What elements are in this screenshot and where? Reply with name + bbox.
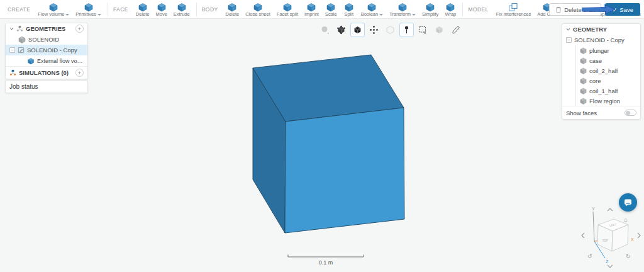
- rotate-up-chevron[interactable]: [608, 208, 613, 211]
- solenoid-flow-volume-cube: [253, 55, 404, 233]
- chevron-down-icon: [379, 14, 383, 16]
- geometries-icon: [16, 25, 23, 32]
- chevron-down-icon: [566, 28, 570, 31]
- save-button[interactable]: ✓ Save: [605, 3, 640, 16]
- simplify-button[interactable]: Simplify: [419, 1, 441, 18]
- part-row-flow-region[interactable]: Flow region: [576, 96, 640, 106]
- fix-interferences-button[interactable]: Fix interferences: [493, 1, 534, 18]
- scale-icon: [326, 3, 336, 12]
- part-label: case: [589, 57, 602, 64]
- part-label: coil_1_half: [589, 88, 618, 94]
- hide-selection-button[interactable]: [432, 23, 447, 37]
- job-status-label: Job status: [9, 83, 38, 90]
- face-move-icon: [157, 3, 167, 12]
- probe-point-button[interactable]: [399, 23, 414, 37]
- box-select-button[interactable]: [416, 23, 430, 37]
- primitives-button[interactable]: Primitives: [72, 1, 104, 18]
- part-label: coil_2_half: [589, 67, 618, 74]
- trash-icon: [555, 6, 562, 13]
- geometry-header-label: GEOMETRY: [573, 26, 607, 33]
- check-icon: ✓: [612, 6, 617, 13]
- part-body-icon: [580, 77, 587, 84]
- body-delete-icon: [227, 3, 237, 12]
- body-delete-button[interactable]: Delete: [223, 1, 243, 18]
- transform-button[interactable]: Transform: [386, 1, 419, 18]
- facet-split-button[interactable]: Facet split: [274, 1, 301, 18]
- boolean-icon: [367, 3, 377, 12]
- simulations-icon: [9, 69, 16, 76]
- job-status-panel[interactable]: Job status: [5, 80, 88, 93]
- toggle-knob: [626, 111, 630, 115]
- collapse-toggle[interactable]: −: [566, 37, 572, 43]
- nav-cube-front-face-label[interactable]: TOP: [602, 239, 608, 242]
- box-select-icon: [418, 25, 428, 35]
- show-faces-toggle[interactable]: [625, 110, 636, 116]
- boolean-button[interactable]: Boolean: [358, 1, 387, 18]
- select-bodies-button[interactable]: [334, 23, 348, 37]
- wrap-button[interactable]: Wrap: [441, 1, 459, 18]
- chevron-down-icon: [97, 14, 101, 16]
- select-vertices-button[interactable]: [367, 23, 381, 37]
- toolbar-group-body: BODY Delete Close sheet Facet split Impr…: [199, 0, 460, 18]
- part-row-core[interactable]: core: [576, 76, 640, 86]
- add-geometry-button[interactable]: +: [75, 25, 84, 33]
- tree-item-solenoid-copy[interactable]: − SOLENOID - Copy: [6, 45, 87, 55]
- flow-volume-button[interactable]: Flow volume: [35, 1, 72, 18]
- chevron-down-icon: [412, 14, 416, 16]
- show-faces-label: Show faces: [566, 110, 597, 116]
- part-row-case[interactable]: case: [576, 55, 640, 65]
- part-body-icon: [580, 98, 587, 105]
- rotate-down-chevron[interactable]: [608, 265, 613, 268]
- face-extrude-icon: [177, 3, 187, 12]
- tree-item-label: SOLENOID: [28, 36, 59, 43]
- simulations-header-row[interactable]: SIMULATIONS (0) +: [6, 67, 87, 79]
- part-label: plunger: [589, 47, 609, 54]
- wireframe-view-button[interactable]: [383, 23, 397, 37]
- scale-button[interactable]: Scale: [322, 1, 340, 18]
- wrap-icon: [445, 3, 455, 12]
- part-row-coil-2-half[interactable]: coil_2_half: [576, 65, 640, 76]
- imprint-icon: [306, 3, 316, 12]
- geometries-header-label: GEOMETRIES: [26, 25, 65, 32]
- toolbar-actions: Delete draft ✓ Save: [549, 3, 640, 16]
- cube-front-face[interactable]: [285, 108, 404, 233]
- collapse-toggle[interactable]: −: [9, 47, 15, 53]
- delete-draft-button[interactable]: Delete draft: [549, 3, 601, 16]
- tree-item-label: External flow volume: [37, 58, 84, 64]
- geometry-header-row[interactable]: GEOMETRY: [562, 24, 640, 35]
- close-sheet-button[interactable]: Close sheet: [242, 1, 274, 18]
- face-delete-button[interactable]: Delete: [133, 1, 153, 18]
- select-vertices-icon: [369, 25, 379, 35]
- geometry-group-row[interactable]: − SOLENOID - Copy: [562, 35, 640, 45]
- toolbar-section-body: BODY: [202, 6, 218, 13]
- wireframe-view-icon: [386, 25, 395, 35]
- tree-item-solenoid[interactable]: SOLENOID: [6, 34, 87, 45]
- tree-item-external-flow-volume[interactable]: External flow volume: [6, 55, 87, 66]
- 3d-viewport[interactable]: 0.1 m: [0, 19, 644, 272]
- rotate-ccw-icon[interactable]: ↺: [587, 253, 592, 259]
- split-button[interactable]: Split: [340, 1, 358, 18]
- rotate-right-chevron[interactable]: [638, 233, 640, 238]
- select-faces-button[interactable]: [350, 23, 365, 37]
- geometries-header-row[interactable]: GEOMETRIES +: [6, 23, 87, 34]
- render-mode-button[interactable]: [318, 23, 332, 37]
- chevron-down-icon: [65, 14, 69, 16]
- part-row-plunger[interactable]: plunger: [576, 45, 640, 55]
- part-label: core: [589, 77, 601, 84]
- imprint-button[interactable]: Imprint: [301, 1, 322, 18]
- rotate-cw-icon[interactable]: ↻: [626, 253, 631, 259]
- rotate-left-chevron[interactable]: [582, 233, 584, 238]
- geometry-group-label: SOLENOID - Copy: [574, 37, 625, 43]
- home-view-icon[interactable]: ⌂: [624, 216, 628, 223]
- face-extrude-button[interactable]: Extrude: [170, 1, 193, 18]
- parts-list: plunger case coil_2_half core coil_1_hal…: [575, 45, 640, 106]
- face-move-button[interactable]: Move: [152, 1, 170, 18]
- part-row-coil-1-half[interactable]: coil_1_half: [576, 86, 640, 96]
- toolbar-section-face: FACE: [113, 6, 128, 13]
- probe-point-icon: [402, 25, 411, 35]
- split-icon: [344, 3, 354, 12]
- chevron-down-icon: [9, 27, 14, 30]
- nav-cube[interactable]: LEFT TOP: [597, 219, 628, 251]
- measure-button[interactable]: [448, 23, 463, 37]
- add-simulation-button[interactable]: +: [75, 69, 84, 77]
